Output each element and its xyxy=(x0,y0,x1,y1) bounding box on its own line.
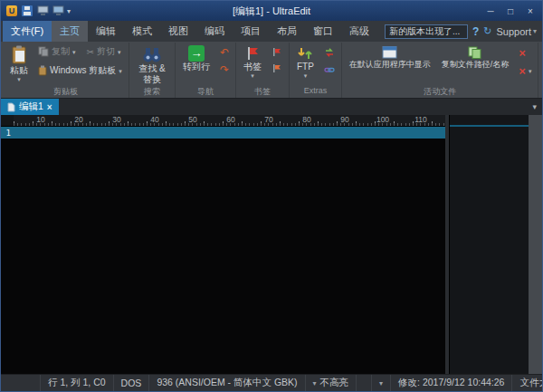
save-icon[interactable] xyxy=(21,5,33,17)
status-encoding[interactable]: 936 (ANSI/OEM - 简体中文 GBK) xyxy=(149,375,305,391)
prev-bookmark-button[interactable] xyxy=(268,45,286,59)
find-replace-label: 查找 & 替换 xyxy=(137,63,167,84)
monitor-icon[interactable] xyxy=(36,5,49,17)
close-file-button[interactable]: × xyxy=(515,45,535,61)
ruler-tick: 100 xyxy=(375,115,391,124)
app-logo-icon[interactable]: U xyxy=(5,5,18,17)
status-highlight-mode[interactable]: ▾ 不高亮 xyxy=(306,375,357,391)
next-bookmark-icon xyxy=(272,63,282,73)
ribbon-group-active-file: 在默认应用程序中显示 复制文件路径/名称 × ×▾ 活动文件 xyxy=(342,43,539,98)
help-icon[interactable]: ? xyxy=(472,25,479,38)
ruler-tick: 40 xyxy=(147,115,163,124)
line-number: 1 xyxy=(1,129,14,138)
caret-line[interactable]: 1 xyxy=(1,127,445,139)
link-icon xyxy=(324,64,335,75)
tab-layout[interactable]: 布局 xyxy=(269,21,305,43)
find-replace-button[interactable]: 查找 & 替换 xyxy=(132,43,172,86)
monitor-settings-icon[interactable] xyxy=(52,5,64,17)
goto-line-button[interactable]: → 转到行 xyxy=(178,43,214,74)
tab-view[interactable]: 视图 xyxy=(160,21,196,43)
minimap-panel[interactable] xyxy=(449,115,529,374)
nav-back-icon: ↶ xyxy=(220,47,229,58)
tab-file[interactable]: 文件(F) xyxy=(3,21,52,43)
tab-advanced[interactable]: 高级 xyxy=(341,21,377,43)
scissors-icon: ✂ xyxy=(87,47,94,57)
minimize-button[interactable]: ─ xyxy=(481,4,500,18)
ruler-tick: 60 xyxy=(223,115,239,124)
window-controls: ─ □ × xyxy=(481,4,540,18)
tab-project[interactable]: 项目 xyxy=(233,21,269,43)
nav-forward-button[interactable]: ↷ xyxy=(216,62,233,77)
group-label-search: 搜索 xyxy=(132,86,172,98)
window-right-margin xyxy=(529,115,542,374)
ruler-tick: 50 xyxy=(185,115,201,124)
ruler-tick: 110 xyxy=(413,115,429,124)
titlebar-right-tools: ? ↻ Support ▾ xyxy=(385,24,542,39)
nav-back-button[interactable]: ↶ xyxy=(216,45,233,60)
paste-icon xyxy=(10,45,28,65)
show-in-default-app-button[interactable]: 在默认应用程序中显示 xyxy=(345,43,435,71)
paste-button[interactable]: 粘贴 ▾ xyxy=(5,43,33,84)
copy-file-path-button[interactable]: 复制文件路径/名称 xyxy=(437,43,514,71)
ruler-tick: 70 xyxy=(261,115,277,124)
tab-close-icon[interactable]: × xyxy=(47,102,52,112)
cut-label: 剪切 xyxy=(97,45,115,58)
support-label: Support xyxy=(496,26,531,37)
update-notice-box[interactable] xyxy=(385,24,468,39)
tab-mode[interactable]: 模式 xyxy=(124,21,160,43)
show-in-default-app-label: 在默认应用程序中显示 xyxy=(349,60,431,69)
bookmark-button[interactable]: 书签 ▾ xyxy=(239,43,266,81)
minimap-caret-line xyxy=(450,125,529,127)
chevron-down-icon: ▾ xyxy=(379,379,383,387)
document-icon xyxy=(7,102,15,112)
copy-button[interactable]: 复制 ▾ xyxy=(34,43,80,60)
ribbon: 粘贴 ▾ 复制 ▾ ✂ 剪切 xyxy=(1,42,542,98)
paste-label: 粘贴 xyxy=(10,65,28,76)
status-caret-position[interactable]: 行 1, 列 1, C0 xyxy=(41,375,114,391)
copy-icon xyxy=(38,46,49,57)
text-editor[interactable]: 1 xyxy=(1,127,445,374)
ftp-button[interactable]: FTP ▾ xyxy=(292,43,319,81)
tab-home[interactable]: 主页 xyxy=(52,21,88,43)
status-bar: 行 1, 列 1, C0 DOS 936 (ANSI/OEM - 简体中文 GB… xyxy=(1,374,542,391)
tab-list-dropdown-icon[interactable]: ▾ xyxy=(532,99,542,115)
ribbon-group-clipboard: 粘贴 ▾ 复制 ▾ ✂ 剪切 xyxy=(3,43,129,98)
ruler-tick: 10 xyxy=(33,115,49,124)
chevron-down-icon: ▾ xyxy=(533,27,537,35)
quick-access-dropdown-icon[interactable]: ▾ xyxy=(67,7,71,15)
ruler-corner xyxy=(1,115,14,126)
ribbon-tab-bar: 文件(F) 主页 编辑 模式 视图 编码 项目 布局 窗口 高级 ? ↻ Sup… xyxy=(1,21,542,42)
ruler-tick: 90 xyxy=(337,115,353,124)
windows-clipboard-button[interactable]: Windows 剪贴板 ▾ xyxy=(34,62,126,79)
maximize-button[interactable]: □ xyxy=(500,4,520,18)
update-icon[interactable]: ↻ xyxy=(483,25,491,37)
copy-label: 复制 xyxy=(52,45,70,58)
close-button[interactable]: × xyxy=(520,4,540,18)
sync-button[interactable] xyxy=(320,45,338,60)
next-bookmark-button[interactable] xyxy=(268,62,286,75)
ribbon-group-bookmarks: 书签 ▾ 书签 xyxy=(236,43,290,98)
tab-window[interactable]: 窗口 xyxy=(305,21,341,43)
close-all-files-button[interactable]: ×▾ xyxy=(515,63,535,79)
document-tab[interactable]: 编辑1 × xyxy=(1,99,59,115)
tab-edit[interactable]: 编辑 xyxy=(88,21,124,43)
titlebar: U ▾ [编辑1] - UltraEdit ─ □ × xyxy=(1,1,542,21)
tab-coding[interactable]: 编码 xyxy=(196,21,233,43)
window-title: [编辑1] - UltraEdit xyxy=(1,5,542,18)
support-menu[interactable]: Support ▾ xyxy=(496,26,537,37)
status-modified-time[interactable]: 修改: 2017/9/12 10:44:26 xyxy=(391,375,512,391)
link-button[interactable] xyxy=(320,62,338,77)
chevron-down-icon: ▾ xyxy=(72,49,76,55)
status-line-format[interactable]: DOS xyxy=(114,375,150,391)
bookmark-flag-icon xyxy=(245,45,260,62)
chevron-down-icon: ▾ xyxy=(251,72,254,79)
cut-button[interactable]: ✂ 剪切 ▾ xyxy=(83,43,125,60)
status-modified-dropdown[interactable]: ▾ xyxy=(372,375,391,391)
quick-access-toolbar: U ▾ xyxy=(3,5,71,17)
group-label-navigation: 导航 xyxy=(178,86,233,98)
column-ruler: 10 20 30 40 50 60 70 80 90 100 110 xyxy=(1,115,445,127)
status-file-size[interactable]: 文件大小: 0 xyxy=(512,375,543,391)
ruler-tick: 30 xyxy=(109,115,125,124)
close-all-icon: × xyxy=(519,65,526,77)
group-label-active-file: 活动文件 xyxy=(345,86,536,98)
